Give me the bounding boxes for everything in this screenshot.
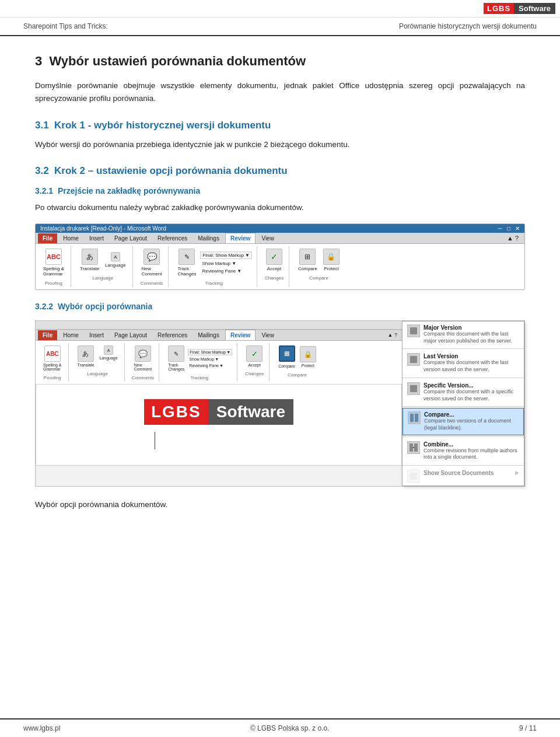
r2-track-icon: ✎ xyxy=(168,345,184,362)
ribbon-group-comments: 💬 NewComment Comments xyxy=(138,246,169,287)
r2-protect-icon: 🔒 xyxy=(300,346,316,362)
r2-group-tracking: ✎ TrackChanges Final: Show Markup ▼ Show… xyxy=(164,343,237,382)
svg-rect-4 xyxy=(415,414,418,422)
r2-accept-icon: ✓ xyxy=(246,345,262,362)
language-icon: A xyxy=(111,252,120,261)
r2-btn-translate[interactable]: あ Translate xyxy=(76,344,96,368)
r2-tab-file[interactable]: File xyxy=(38,330,57,340)
top-bar: LGBS Software xyxy=(0,0,560,18)
screenshot2: File Home Insert Page Layout References … xyxy=(35,320,525,487)
main-content: 3 Wybór ustawień porównania dokumentów D… xyxy=(0,36,560,556)
r2-tab-home[interactable]: Home xyxy=(58,330,83,340)
btn-translate[interactable]: あ Translate xyxy=(78,247,101,273)
specific-version-icon xyxy=(407,382,420,395)
r2-btn-reviewing-pane[interactable]: Reviewing Pane ▼ xyxy=(188,363,232,368)
ribbon1-body: ABC Spelling &Grammar Proofing あ Transla… xyxy=(36,243,524,289)
section322-title: 3.2.2 Wybór opcji porównania xyxy=(35,302,525,311)
r2-tab-view[interactable]: View xyxy=(257,330,279,340)
document-area: LGBS Software xyxy=(36,384,402,466)
lgbs-software-label: Software xyxy=(514,3,555,14)
cursor xyxy=(155,432,155,449)
screenshot1: Instalacja drukarek [Read-Only] - Micros… xyxy=(35,223,525,290)
r2-btn-accept[interactable]: ✓ Accept xyxy=(244,344,264,368)
svg-rect-0 xyxy=(410,327,417,334)
footer-right: 9 / 11 xyxy=(519,724,537,732)
translate-icon: あ xyxy=(82,249,98,265)
r2-btn-show-markup[interactable]: Show Markup ▼ xyxy=(188,357,232,362)
tab-home[interactable]: Home xyxy=(58,233,83,243)
show-source-icon xyxy=(407,470,420,483)
lgbs-big-software: Software xyxy=(208,399,293,425)
r2-btn-track-changes[interactable]: ✎ TrackChanges xyxy=(166,344,186,372)
doc-header-center: Porównanie historycznych wersji dokument… xyxy=(399,22,537,30)
r2-compare-icon: ⊞ xyxy=(279,345,295,362)
btn-language[interactable]: A Language xyxy=(103,251,128,269)
ribbon-group-tracking: ✎ TrackChanges Final: Show Markup▼ Show … xyxy=(173,246,257,287)
dropdown-item-show-source[interactable]: Show Source Documents ▶ xyxy=(402,467,524,485)
r2-btn-final-show[interactable]: Final: Show Markup ▼ xyxy=(188,349,232,355)
btn-compare[interactable]: ⊞ Compare xyxy=(296,247,319,273)
minimize-icon[interactable]: ─ xyxy=(498,225,502,232)
section3-title: 3 Wybór ustawień porównania dokumentów xyxy=(35,54,525,69)
tab-references[interactable]: References xyxy=(153,233,192,243)
ribbon1-title: Instalacja drukarek [Read-Only] - Micros… xyxy=(40,225,166,232)
lgbs-red-label: LGBS xyxy=(484,3,514,14)
r2-tab-mailings[interactable]: Mailings xyxy=(193,330,224,340)
svg-rect-2 xyxy=(410,385,417,392)
r2-help-icon[interactable]: ▲ ? xyxy=(386,331,400,339)
tab-mailings[interactable]: Mailings xyxy=(193,233,224,243)
btn-spelling[interactable]: ABC Spelling &Grammar xyxy=(41,247,66,278)
section322-body: Wybór opcji porównania dokumentów. xyxy=(35,498,525,511)
close-icon[interactable]: ✕ xyxy=(515,225,520,232)
btn-accept[interactable]: ✓ Accept xyxy=(264,247,284,273)
tab-pagelayout[interactable]: Page Layout xyxy=(110,233,152,243)
tab-insert[interactable]: Insert xyxy=(85,233,108,243)
ribbon2-body: ABC Spelling &Grammar Proofing あ Transla… xyxy=(36,340,402,384)
help-icon[interactable]: ▲ ? xyxy=(503,233,522,243)
dropdown-item-major[interactable]: Major Version Compare this document with… xyxy=(402,322,524,347)
r2-btn-spelling[interactable]: ABC Spelling &Grammar xyxy=(41,344,64,372)
svg-rect-5 xyxy=(410,443,413,452)
ribbon2-titlebar xyxy=(36,321,402,330)
ribbon-group-proofing: ABC Spelling &Grammar Proofing xyxy=(39,246,71,287)
section31-title: 3.1 Krok 1 - wybór historycznej wersji d… xyxy=(35,120,525,131)
tab-review[interactable]: Review xyxy=(225,233,256,243)
spelling-icon: ABC xyxy=(46,249,62,265)
btn-protect[interactable]: 🔒 Protect xyxy=(321,247,341,273)
tab-view[interactable]: View xyxy=(257,233,279,243)
divider2 xyxy=(402,378,524,378)
r2-group-comments: 💬 NewComment Comments xyxy=(130,343,160,382)
btn-new-comment[interactable]: 💬 NewComment xyxy=(140,247,164,278)
r2-tab-review[interactable]: Review xyxy=(225,330,256,340)
maximize-icon[interactable]: □ xyxy=(507,225,510,232)
track-changes-icon: ✎ xyxy=(178,249,195,265)
r2-spelling-icon: ABC xyxy=(44,345,61,362)
section3-body: Domyślnie porównanie obejmuje wszystkie … xyxy=(35,79,525,106)
r2-btn-protect[interactable]: 🔒 Protect xyxy=(298,345,318,369)
btn-track-changes[interactable]: ✎ TrackChanges xyxy=(176,247,198,278)
compare-option-icon xyxy=(408,411,421,424)
divider1 xyxy=(402,348,524,349)
ribbon-group-language: あ Translate A Language Language xyxy=(76,246,133,287)
lgbs-logo-big: LGBS Software xyxy=(144,399,293,425)
tab-file[interactable]: File xyxy=(38,233,57,243)
r2-tab-pagelayout[interactable]: Page Layout xyxy=(110,330,152,340)
dropdown-item-compare[interactable]: Compare... Compare two versions of a doc… xyxy=(402,408,524,435)
r2-tab-references[interactable]: References xyxy=(153,330,192,340)
dropdown-item-combine[interactable]: Combine... Combine revisions from multip… xyxy=(402,438,524,464)
r2-btn-language[interactable]: A Language xyxy=(97,344,119,368)
r2-group-compare: ⊞ Compare 🔒 Protect Compare xyxy=(274,343,323,382)
section31-body: Wybór wersji do porównania przebiega ide… xyxy=(35,138,525,151)
dropdown-item-last[interactable]: Last Version Compare this document with … xyxy=(402,350,524,376)
r2-translate-icon: あ xyxy=(78,345,94,362)
r2-btn-new-comment[interactable]: 💬 NewComment xyxy=(132,344,153,372)
r2-tab-insert[interactable]: Insert xyxy=(85,330,108,340)
dropdown-item-specific[interactable]: Specific Version... Compare this documen… xyxy=(402,379,524,405)
r2-btn-compare[interactable]: ⊞ Compare xyxy=(276,344,297,369)
footer-center: © LGBS Polska sp. z o.o. xyxy=(250,724,330,732)
btn-show-markup[interactable]: Show Markup▼ xyxy=(200,260,252,267)
r2-language-icon: A xyxy=(104,345,113,355)
btn-final-show-markup[interactable]: Final: Show Markup▼ xyxy=(200,252,252,259)
divider4 xyxy=(402,436,524,437)
btn-reviewing-pane[interactable]: Reviewing Pane▼ xyxy=(200,268,252,274)
